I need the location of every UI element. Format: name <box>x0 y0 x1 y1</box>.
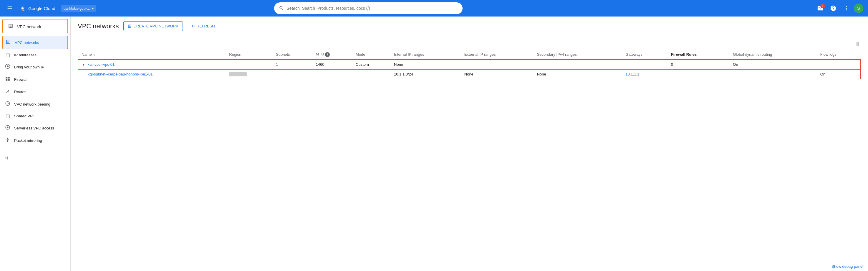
sidebar-collapse-button[interactable]: ◁ <box>0 153 70 163</box>
svg-point-3 <box>6 102 10 106</box>
refresh-button[interactable]: ↻ REFRESH <box>188 22 219 30</box>
sidebar-item-label: Serverless VPC access <box>14 126 54 130</box>
hamburger-menu[interactable]: ☰ <box>5 2 15 14</box>
user-avatar[interactable]: S <box>854 3 863 13</box>
page-title: VPC networks <box>78 22 119 30</box>
debug-panel-link[interactable]: Show debug panel <box>832 264 863 269</box>
expand-arrow-icon[interactable]: ▼ <box>82 62 85 66</box>
svg-point-4 <box>7 103 8 104</box>
col-firewall-rules: Firewall Rules <box>668 50 729 60</box>
vpc-networks-table: Name ↑ Region Subnets MTU ? Mode Interna… <box>78 50 861 79</box>
vpc-name-link[interactable]: xall-vpc--vpc-01 <box>88 62 115 66</box>
serverless-vpc-icon <box>5 125 10 131</box>
col-secondary-ipv4: Secondary IPv4 ranges <box>533 50 622 60</box>
sort-arrow-icon: ↑ <box>93 53 95 57</box>
search-icon <box>279 6 284 11</box>
sidebar-item-routes[interactable]: Routes <box>0 85 70 98</box>
subnet-region-cell <box>225 69 272 79</box>
packet-mirroring-icon <box>5 137 10 144</box>
subnet-mode-cell <box>352 69 391 79</box>
sidebar-item-ip-addresses[interactable]: ◫ IP addresses <box>0 49 70 61</box>
vpc-flow-logs-cell <box>817 60 861 69</box>
dropdown-icon: ▾ <box>92 6 94 10</box>
table-container: ⊪ Name ↑ Region Subnets MTU ? <box>71 36 868 84</box>
svg-point-2 <box>7 65 8 67</box>
sidebar-item-label: VPC networks <box>15 40 39 45</box>
firewall-icon <box>5 76 10 83</box>
refresh-icon: ↻ <box>192 24 195 28</box>
table-row: ▼ xall-vpc--vpc-01 1 1460 Custom None <box>78 60 861 69</box>
col-mode: Mode <box>352 50 391 60</box>
vpc-subnets-cell: 1 <box>272 60 312 69</box>
project-selector[interactable]: qwiklabs-gcp-... ▾ <box>61 5 96 12</box>
create-vpc-network-button[interactable]: ⊞ CREATE VPC NETWORK <box>123 21 183 31</box>
gateway-link[interactable]: 10.1.1.1 <box>625 72 639 76</box>
top-navigation: ☰ Google Cloud qwiklabs-gcp-... ▾ Search… <box>0 0 868 17</box>
vpc-mode-cell: Custom <box>352 60 391 69</box>
sidebar-item-bring-your-own-ip[interactable]: Bring your own IP <box>0 61 70 73</box>
table-row: xgl-subnet--cerps-bau-nonprd--be1-01 10.… <box>78 69 861 79</box>
refresh-btn-label: REFRESH <box>197 24 215 28</box>
col-gateways: Gateways <box>622 50 668 60</box>
subnet-firewall-rules-cell <box>668 69 729 79</box>
collapse-icon: ◁ <box>5 155 8 160</box>
sidebar-item-label: VPC network peering <box>14 102 50 106</box>
sidebar-item-packet-mirroring[interactable]: Packet mirroring <box>0 134 70 146</box>
sidebar-item-vpc-networks[interactable]: VPC networks <box>2 36 68 49</box>
col-internal-ip: Internal IP ranges <box>391 50 461 60</box>
col-name: Name ↑ <box>78 50 225 60</box>
main-content: VPC networks ⊞ CREATE VPC NETWORK ↻ REFR… <box>71 17 868 271</box>
vpc-name-cell: ▼ xall-vpc--vpc-01 <box>78 60 225 69</box>
sidebar-item-label: Routes <box>14 90 26 94</box>
sidebar-item-serverless-vpc[interactable]: Serverless VPC access <box>0 122 70 134</box>
sidebar-title[interactable]: VPC network <box>2 19 68 33</box>
subnet-global-routing-cell <box>729 69 817 79</box>
sidebar-item-shared-vpc[interactable]: ◫ Shared VPC <box>0 110 70 122</box>
sidebar-item-label: Firewall <box>14 77 27 82</box>
subnet-mtu-cell <box>312 69 352 79</box>
more-options-button[interactable] <box>841 3 851 13</box>
subnet-external-ip-cell: None <box>461 69 533 79</box>
sidebar-item-vpc-network-peering[interactable]: VPC network peering <box>0 98 70 110</box>
col-mtu: MTU ? <box>312 50 352 60</box>
help-button[interactable] <box>828 3 839 13</box>
search-input[interactable] <box>302 6 458 10</box>
vpc-mtu-cell: 1460 <box>312 60 352 69</box>
sidebar-item-label: IP addresses <box>14 53 36 57</box>
vpc-networks-icon <box>5 39 11 46</box>
search-label: Search <box>286 6 300 10</box>
subnet-subnets-cell <box>272 69 312 79</box>
vpc-network-icon <box>8 23 13 30</box>
subnet-name-link[interactable]: xgl-subnet--cerps-bau-nonprd--be1-01 <box>88 72 153 76</box>
col-subnets: Subnets <box>272 50 312 60</box>
sidebar-item-firewall[interactable]: Firewall <box>0 73 70 85</box>
vpc-region-cell <box>225 60 272 69</box>
create-icon: ⊞ <box>128 23 132 29</box>
col-flow-logs: Flow logs <box>817 50 861 60</box>
byoip-icon <box>5 64 10 70</box>
subnet-gateways-cell: 10.1.1.1 <box>622 69 668 79</box>
subnet-internal-ip-cell: 10.1.1.0/24 <box>391 69 461 79</box>
col-global-routing: Global dynamic routing <box>729 50 817 60</box>
subnets-link[interactable]: 1 <box>276 62 278 66</box>
search-bar[interactable]: Search <box>274 2 463 14</box>
page-header: VPC networks ⊞ CREATE VPC NETWORK ↻ REFR… <box>71 17 868 36</box>
vpc-gateways-cell <box>622 60 668 69</box>
blurred-region <box>229 72 247 76</box>
subnet-name-cell: xgl-subnet--cerps-bau-nonprd--be1-01 <box>78 69 225 79</box>
project-name: qwiklabs-gcp-... <box>64 6 90 10</box>
mtu-help-icon[interactable]: ? <box>325 52 330 57</box>
table-toolbar: ⊪ <box>78 41 861 47</box>
vpc-internal-ip-cell: None <box>391 60 461 69</box>
notification-count: 1 <box>820 3 825 8</box>
subnet-secondary-ipv4-cell: None <box>533 69 622 79</box>
sidebar: VPC network VPC networks ◫ IP addresses … <box>0 17 71 271</box>
sidebar-item-label: Bring your own IP <box>14 65 44 69</box>
column-toggle-icon[interactable]: ⊪ <box>856 41 861 47</box>
peering-icon <box>5 101 10 107</box>
create-btn-label: CREATE VPC NETWORK <box>133 24 178 28</box>
vpc-secondary-ipv4-cell <box>533 60 622 69</box>
vpc-external-ip-cell <box>461 60 533 69</box>
notifications-button[interactable]: 1 <box>815 3 826 13</box>
app-body: VPC network VPC networks ◫ IP addresses … <box>0 17 868 271</box>
